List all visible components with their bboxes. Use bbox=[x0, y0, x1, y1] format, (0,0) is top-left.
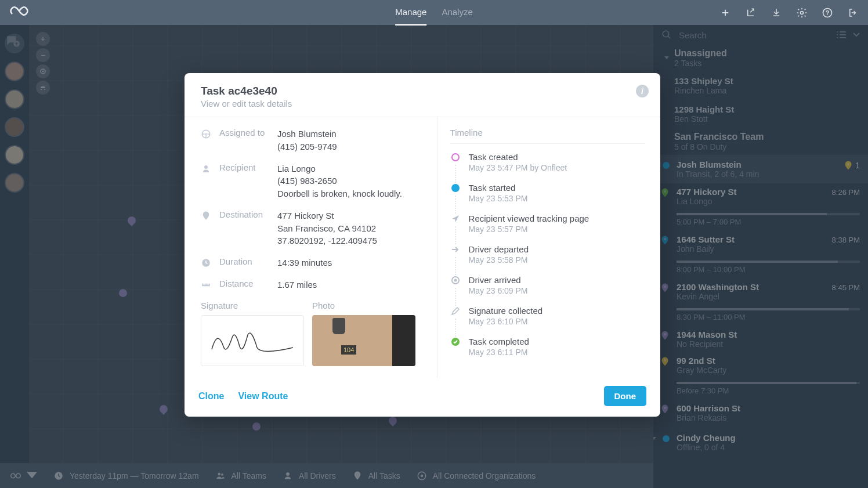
topbar-actions: ? bbox=[719, 7, 859, 19]
pen-icon bbox=[450, 306, 461, 316]
photo-house-number: 104 bbox=[341, 345, 356, 355]
photo-label: Photo bbox=[312, 301, 415, 310]
recipient-note: Doorbell is broken, knock loudly. bbox=[277, 187, 402, 200]
timeline-label: Timeline bbox=[450, 128, 645, 144]
modal-header: Task ac4e3e40 View or edit task details … bbox=[185, 73, 660, 117]
timeline-item: Recipient viewed tracking page May 23 5:… bbox=[450, 214, 645, 234]
view-route-button[interactable]: View Route bbox=[238, 391, 288, 402]
timeline-item: Task created May 23 5:47 PM by Onfleet bbox=[450, 152, 645, 172]
timeline-item: Driver departed May 23 5:58 PM bbox=[450, 244, 645, 265]
task-modal: Task ac4e3e40 View or edit task details … bbox=[185, 73, 660, 417]
clone-button[interactable]: Clone bbox=[198, 391, 224, 402]
duration-value: 14:39 minutes bbox=[277, 256, 332, 269]
timeline-title: Task created bbox=[469, 152, 567, 162]
distance-label: Distance bbox=[219, 279, 269, 291]
download-icon[interactable] bbox=[771, 7, 782, 19]
circle-fill-icon bbox=[450, 183, 461, 193]
assigned-name: Josh Blumstein bbox=[277, 128, 337, 140]
signature-label: Signature bbox=[201, 301, 304, 310]
pin-icon bbox=[201, 211, 211, 221]
clock-icon bbox=[201, 258, 211, 268]
timeline-timestamp: May 23 5:47 PM by Onfleet bbox=[469, 163, 567, 172]
app-logo bbox=[9, 6, 29, 19]
recipient-phone: (415) 983-2650 bbox=[277, 175, 402, 187]
svg-point-0 bbox=[801, 11, 804, 14]
timeline-item: Driver arrived May 23 6:09 PM bbox=[450, 275, 645, 295]
timeline-item: Task completed May 23 6:11 PM bbox=[450, 337, 645, 357]
modal-footer: Clone View Route Done bbox=[185, 378, 660, 417]
dest-coords: 37.8020192, -122.409475 bbox=[277, 234, 377, 247]
dest-addr: 477 Hickory St bbox=[277, 209, 377, 222]
distance-value: 1.67 miles bbox=[277, 279, 317, 291]
svg-point-25 bbox=[204, 165, 208, 169]
tab-analyze[interactable]: Analyze bbox=[442, 0, 472, 26]
destination-label: Destination bbox=[219, 209, 269, 247]
gear-icon[interactable] bbox=[796, 7, 808, 19]
timeline-item: Signature collected May 23 6:10 PM bbox=[450, 306, 645, 326]
recipient-name: Lia Longo bbox=[277, 162, 402, 175]
modal-title: Task ac4e3e40 bbox=[201, 85, 644, 97]
modal-subtitle: View or edit task details bbox=[201, 99, 644, 109]
timeline-column: Timeline Task created May 23 5:47 PM by … bbox=[437, 117, 660, 378]
svg-point-28 bbox=[452, 154, 459, 161]
timeline-timestamp: May 23 5:53 PM bbox=[469, 194, 528, 203]
info-icon[interactable]: i bbox=[636, 85, 649, 97]
svg-text:?: ? bbox=[826, 9, 830, 16]
topbar: Manage Analyze ? bbox=[0, 0, 868, 25]
svg-point-29 bbox=[451, 184, 460, 192]
ruler-icon bbox=[201, 280, 211, 290]
timeline-timestamp: May 23 6:11 PM bbox=[469, 348, 529, 357]
svg-point-24 bbox=[205, 133, 207, 135]
check-icon bbox=[450, 337, 461, 347]
assigned-label: Assigned to bbox=[219, 128, 269, 153]
circle-outline-icon bbox=[450, 152, 461, 162]
duration-label: Duration bbox=[219, 256, 269, 269]
nav-tabs: Manage Analyze bbox=[395, 0, 473, 26]
timeline-timestamp: May 23 6:10 PM bbox=[469, 317, 543, 326]
navigate-icon bbox=[450, 214, 461, 224]
photo-image[interactable]: 104 bbox=[312, 315, 415, 366]
arrow-icon bbox=[450, 244, 461, 255]
timeline-timestamp: May 23 5:58 PM bbox=[469, 255, 529, 265]
timeline-timestamp: May 23 6:09 PM bbox=[469, 286, 528, 295]
timeline-title: Task completed bbox=[469, 337, 529, 346]
target-icon bbox=[450, 275, 461, 285]
recipient-label: Recipient bbox=[219, 162, 269, 200]
details-column: Assigned to Josh Blumstein (415) 205-974… bbox=[185, 117, 437, 378]
timeline-title: Recipient viewed tracking page bbox=[469, 214, 589, 223]
timeline-title: Task started bbox=[469, 183, 528, 193]
help-icon[interactable]: ? bbox=[822, 7, 833, 19]
timeline-title: Driver arrived bbox=[469, 275, 528, 285]
modal-body: Assigned to Josh Blumstein (415) 205-974… bbox=[185, 117, 660, 378]
timeline-title: Signature collected bbox=[469, 306, 543, 316]
svg-point-31 bbox=[454, 279, 457, 282]
import-icon[interactable] bbox=[745, 7, 757, 19]
add-icon[interactable] bbox=[719, 7, 731, 19]
dest-city: San Francisco, CA 94102 bbox=[277, 222, 377, 235]
timeline-title: Driver departed bbox=[469, 244, 529, 254]
timeline-item: Task started May 23 5:53 PM bbox=[450, 183, 645, 203]
timeline-timestamp: May 23 5:57 PM bbox=[469, 225, 589, 234]
assigned-phone: (415) 205-9749 bbox=[277, 140, 337, 153]
done-button[interactable]: Done bbox=[604, 386, 647, 406]
logout-icon[interactable] bbox=[847, 7, 859, 19]
steering-icon bbox=[201, 129, 211, 139]
signature-image[interactable] bbox=[201, 315, 304, 366]
tab-manage[interactable]: Manage bbox=[395, 0, 426, 26]
person-icon bbox=[201, 164, 211, 174]
